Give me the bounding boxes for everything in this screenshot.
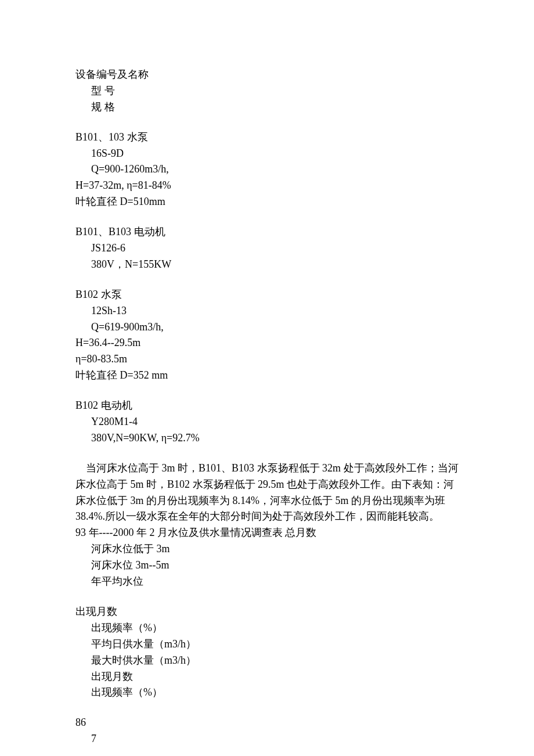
equipment-block-2: B102 水泵 12Sh-13 Q=619-900m3/h, H=36.4--2… xyxy=(75,287,459,384)
equipment-model: JS126-6 xyxy=(75,240,459,257)
survey-row: 平均日供水量（m3/h） xyxy=(75,636,459,653)
survey-title: 93 年----2000 年 2 月水位及供水量情况调查表 总月数 xyxy=(75,525,459,541)
survey-row: 河床水位 3m--5m xyxy=(75,557,459,574)
equipment-model: 16S-9D xyxy=(75,146,459,162)
header-title: 设备编号及名称 xyxy=(75,67,459,83)
document-page: 设备编号及名称 型 号 规 格 B101、103 水泵 16S-9D Q=900… xyxy=(0,0,534,756)
body-paragraph: 当河床水位高于 3m 时，B101、B103 水泵扬程低于 32m 处于高效段外… xyxy=(75,460,459,525)
footer-value-1: 86 xyxy=(75,715,459,731)
equipment-block-3: B102 电动机 Y280M1-4 380V,N=90KW, η=92.7% xyxy=(75,398,459,447)
survey-header-b: 出现月数 xyxy=(75,604,459,620)
equipment-spec-line: Q=900-1260m3/h, xyxy=(75,161,459,178)
survey-row: 河床水位低于 3m xyxy=(75,541,459,557)
equipment-spec-line: 叶轮直径 D=352 mm xyxy=(75,368,459,384)
survey-row: 最大时供水量（m3/h） xyxy=(75,653,459,669)
equipment-spec-line: H=37-32m, η=81-84% xyxy=(75,178,459,194)
equipment-spec-line: Q=619-900m3/h, xyxy=(75,319,459,336)
survey-row: 出现频率（%） xyxy=(75,620,459,636)
footer-value-2: 7 xyxy=(75,731,459,747)
equipment-spec-line: 叶轮直径 D=510mm xyxy=(75,194,459,210)
equipment-spec-line: 380V，N=155KW xyxy=(75,257,459,273)
header-spec-label: 规 格 xyxy=(75,99,459,116)
header-block: 设备编号及名称 型 号 规 格 xyxy=(75,67,459,116)
equipment-name: B102 水泵 xyxy=(75,287,459,303)
equipment-spec-line: H=36.4--29.5m xyxy=(75,335,459,351)
survey-row: 出现频率（%） xyxy=(75,685,459,701)
footer-values-block: 86 7 xyxy=(75,715,459,747)
equipment-name: B101、103 水泵 xyxy=(75,129,459,146)
equipment-model: 12Sh-13 xyxy=(75,303,459,319)
body-paragraph-block: 当河床水位高于 3m 时，B101、B103 水泵扬程低于 32m 处于高效段外… xyxy=(75,460,459,590)
equipment-block-0: B101、103 水泵 16S-9D Q=900-1260m3/h, H=37-… xyxy=(75,129,459,210)
survey-row: 出现月数 xyxy=(75,669,459,685)
header-model-label: 型 号 xyxy=(75,83,459,99)
equipment-block-1: B101、B103 电动机 JS126-6 380V，N=155KW xyxy=(75,224,459,273)
survey-row: 年平均水位 xyxy=(75,574,459,590)
equipment-spec-line: 380V,N=90KW, η=92.7% xyxy=(75,430,459,447)
equipment-name: B102 电动机 xyxy=(75,398,459,414)
survey-block-b: 出现月数 出现频率（%） 平均日供水量（m3/h） 最大时供水量（m3/h） 出… xyxy=(75,604,459,701)
equipment-model: Y280M1-4 xyxy=(75,414,459,430)
equipment-spec-line: η=80-83.5m xyxy=(75,351,459,368)
equipment-name: B101、B103 电动机 xyxy=(75,224,459,240)
